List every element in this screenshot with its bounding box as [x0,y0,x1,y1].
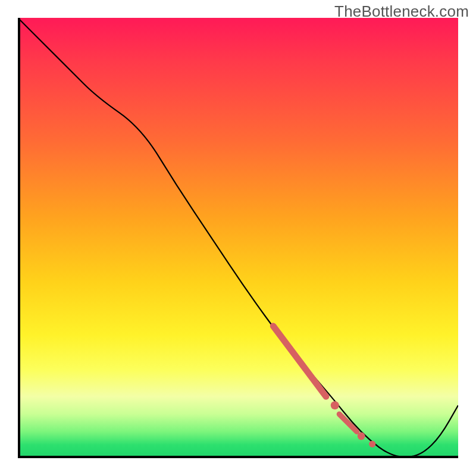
marker-segment [273,326,326,396]
chart-overlay [18,18,458,458]
marker-dot [369,441,375,447]
marker-dot [331,401,339,409]
plot-area [18,18,458,458]
chart-stage: TheBottleneck.com [0,0,476,476]
curve-line [18,18,458,457]
marker-dot [358,433,365,440]
curve-markers [273,326,375,447]
